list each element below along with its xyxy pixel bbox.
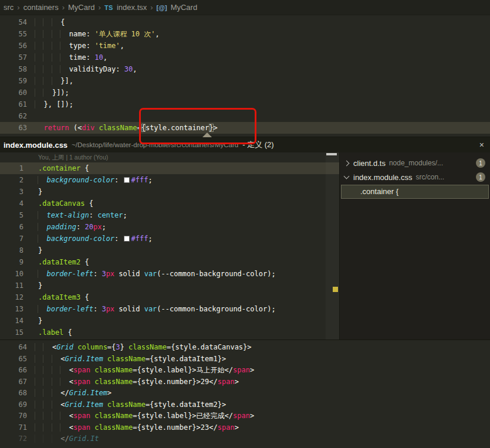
- code-token: [43, 366, 52, 374]
- code-token: var: [144, 270, 157, 278]
- code-line-8[interactable]: 8}: [0, 245, 339, 256]
- code-text: validityDay: 30,: [35, 63, 137, 75]
- code-line-2[interactable]: 2 background-color: #fff;: [0, 174, 339, 186]
- code-token: 3: [102, 270, 106, 278]
- code-token: (<: [69, 124, 82, 132]
- close-icon[interactable]: ×: [479, 141, 484, 149]
- scrollbar-thumb[interactable]: [326, 153, 337, 155]
- code-token: .dataItem3: [38, 293, 80, 301]
- code-token: validityDay:: [69, 65, 124, 73]
- code-line-1[interactable]: 1.container {: [0, 162, 339, 174]
- line-number: 1: [0, 162, 23, 174]
- code-line-6[interactable]: 6 padding: 20px;: [0, 221, 339, 233]
- code-line-57[interactable]: 57 time: 10,: [0, 52, 490, 63]
- code-token: ={style.dataCanvas}>: [167, 343, 252, 351]
- code-line-70[interactable]: 70 <span className={style.label}>已经完成</s…: [0, 410, 490, 422]
- code-token: [43, 423, 52, 432]
- code-token: :: [76, 223, 85, 231]
- code-token: [60, 412, 69, 420]
- code-line-10[interactable]: 10 border-left: 3px solid var(--common-b…: [0, 268, 339, 280]
- code-line-4[interactable]: 4.dataCanvas {: [0, 198, 339, 209]
- code-token: className: [94, 412, 133, 420]
- breadcrumb-item-mycard[interactable]: MyCard: [68, 3, 95, 12]
- code-line-11[interactable]: 11}: [0, 280, 339, 291]
- line-number: 13: [0, 303, 23, 315]
- code-line-67[interactable]: 67 <span className={style.number}>29</sp…: [0, 376, 490, 388]
- code-line-71[interactable]: 71 <span className={style.number}>23</sp…: [0, 422, 490, 434]
- line-number: 8: [0, 245, 23, 256]
- peek-file-path: ~/Desktop/life/water-drop-mobile/src/con…: [72, 141, 238, 148]
- chevron-right-icon: ›: [17, 3, 19, 12]
- code-line-9[interactable]: 9.dataItem2 {: [0, 256, 339, 268]
- reference-file-name: index.module.css: [353, 173, 412, 182]
- code-line-61[interactable]: 61 }, []);: [0, 99, 490, 110]
- reference-result-container[interactable]: .container {: [341, 185, 489, 199]
- breadcrumb-item-indextsx[interactable]: index.tsx: [117, 3, 147, 12]
- code-line-7[interactable]: 7 background-color: #fff;: [0, 233, 339, 245]
- code-token: .label: [38, 328, 63, 337]
- code-token: [38, 211, 46, 219]
- code-token: ={style.dataItem1}>: [146, 355, 226, 363]
- code-line-55[interactable]: 55 name: '单人课程 10 次',: [0, 28, 490, 40]
- code-line-5[interactable]: 5 text-align: center;: [0, 209, 339, 221]
- code-text: <span className={style.number}>29</span>: [35, 376, 239, 388]
- code-text: <span className={style.label}>马上开始</span…: [35, 365, 254, 376]
- code-line-59[interactable]: 59 }],: [0, 75, 490, 87]
- code-line-60[interactable]: 60 }]);: [0, 87, 490, 99]
- code-token: [43, 30, 52, 38]
- peek-code-editor: You, 上周 | 1 author (You) 1.container {2 …: [0, 152, 339, 340]
- code-line-14[interactable]: 14}: [0, 315, 339, 327]
- code-token: Grid: [56, 343, 73, 351]
- code-line-63[interactable]: 63 return (<div className={style.contain…: [0, 122, 490, 134]
- code-token: [43, 401, 52, 409]
- code-line-72[interactable]: 72 </Grid.It: [0, 433, 490, 445]
- code-token: text-align: [46, 211, 89, 219]
- code-token: background-color: [46, 235, 114, 243]
- code-line-58[interactable]: 58 validityDay: 30,: [0, 63, 490, 75]
- code-line-62[interactable]: 62: [0, 110, 490, 122]
- code-line-66[interactable]: 66 <span className={style.label}>马上开始</s…: [0, 365, 490, 376]
- code-token: [43, 412, 52, 420]
- line-number: 57: [0, 52, 27, 63]
- code-token: (--common-background-color);: [157, 270, 275, 278]
- code-line-56[interactable]: 56 type: 'time',: [0, 40, 490, 52]
- reference-file-clientdts[interactable]: client.d.ts node_modules/... 1: [340, 156, 490, 170]
- code-line-12[interactable]: 12.dataItem3 {: [0, 291, 339, 303]
- code-token: </: [60, 389, 69, 397]
- breadcrumb-item-symbol-mycard[interactable]: MyCard: [171, 3, 198, 12]
- line-number: 15: [0, 327, 23, 338]
- breadcrumb-item-src[interactable]: src: [4, 3, 13, 12]
- reference-file-indexmodulecss[interactable]: index.module.css src/con... 1: [340, 170, 490, 184]
- code-line-13[interactable]: 13 border-left: 3px solid var(--common-b…: [0, 303, 339, 315]
- code-token: '单人课程 10 次': [94, 30, 155, 38]
- code-token: [60, 366, 69, 374]
- code-line-54[interactable]: 54 {: [0, 16, 490, 28]
- line-number: 54: [0, 16, 27, 28]
- code-line-3[interactable]: 3}: [0, 186, 339, 198]
- chevron-right-icon: ›: [99, 3, 101, 12]
- code-line-64[interactable]: 64 <Grid columns={3} className={style.da…: [0, 342, 490, 354]
- code-text: {: [35, 16, 65, 28]
- chevron-right-icon: ›: [62, 3, 65, 12]
- line-number: 60: [0, 87, 27, 99]
- code-line-69[interactable]: 69 <Grid.Item className={style.dataItem2…: [0, 399, 490, 411]
- peek-title-bar: index.module.css ~/Desktop/life/water-dr…: [0, 137, 490, 152]
- code-token: style.container: [146, 124, 209, 132]
- code-token: Grid.Item: [65, 401, 103, 409]
- code-token: type:: [69, 42, 94, 50]
- line-number: 9: [0, 256, 23, 268]
- code-token: :: [89, 211, 97, 219]
- code-token: >: [250, 366, 254, 374]
- code-token: [43, 435, 52, 443]
- code-token: return: [43, 124, 69, 132]
- code-line-68[interactable]: 68 </Grid.Item>: [0, 388, 490, 399]
- reference-count-badge: 1: [476, 158, 485, 168]
- code-line-65[interactable]: 65 <Grid.Item className={style.dataItem1…: [0, 354, 490, 365]
- code-token: ;: [123, 211, 127, 219]
- code-line-15[interactable]: 15.label {: [0, 327, 339, 338]
- line-number: 4: [0, 198, 23, 209]
- code-text: .dataCanvas {: [38, 198, 93, 209]
- breadcrumb-item-containers[interactable]: containers: [23, 3, 59, 12]
- code-token: [35, 100, 43, 108]
- code-text: <span className={style.label}>已经完成</span…: [35, 410, 254, 422]
